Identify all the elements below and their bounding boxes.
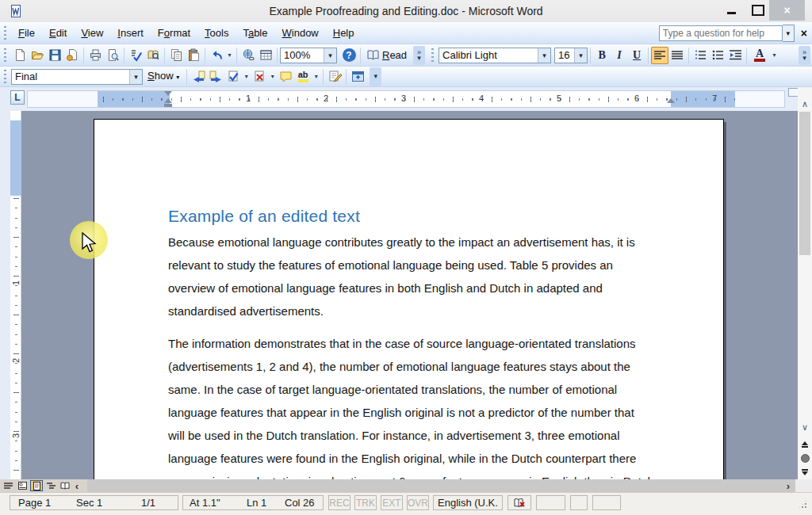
spelling-status-cell[interactable] (508, 495, 531, 510)
next-page-button[interactable] (798, 467, 812, 479)
research-button[interactable] (144, 47, 162, 64)
right-indent-marker[interactable] (667, 98, 675, 103)
reviewing-pane-button[interactable] (349, 68, 366, 86)
menu-help[interactable]: Help (326, 23, 362, 44)
previous-page-button[interactable] (798, 438, 812, 450)
scroll-right-button[interactable]: › (781, 479, 795, 492)
resize-grip[interactable] (798, 499, 808, 509)
select-browse-object-button[interactable] (798, 452, 812, 464)
paste-button[interactable] (185, 47, 202, 64)
zoom-combo[interactable]: 100% ▾ (280, 48, 337, 63)
display-for-review-combo[interactable]: Final ▾ (11, 69, 143, 85)
vertical-ruler[interactable]: 1 2 3 (10, 111, 21, 479)
toolbar-drag-handle[interactable] (4, 26, 6, 40)
language-cell[interactable]: English (U.K. (433, 495, 503, 510)
increase-indent-button[interactable] (726, 47, 744, 64)
track-changes-button[interactable] (326, 68, 343, 86)
menu-tools[interactable]: Tools (197, 23, 236, 44)
close-button[interactable]: × (769, 0, 805, 21)
menu-table[interactable]: Table (236, 23, 274, 44)
open-button[interactable] (29, 47, 46, 64)
show-menu-button[interactable]: Show ▾ (143, 66, 184, 88)
underline-button[interactable]: U (628, 47, 645, 64)
new-document-button[interactable] (11, 47, 29, 64)
separator (590, 48, 591, 63)
page-info-cell[interactable]: Page 1 Sec 1 1/1 (10, 495, 178, 510)
outline-view-icon (47, 483, 56, 490)
highlight-button[interactable]: ab (294, 68, 312, 86)
toolbar-drag-handle[interactable] (4, 70, 6, 84)
outline-view-button[interactable] (44, 480, 57, 491)
first-line-indent-marker[interactable] (164, 91, 172, 96)
undo-dropdown[interactable]: ▾ (225, 47, 234, 64)
align-left-button[interactable] (651, 47, 668, 64)
record-macro-toggle[interactable]: REC (328, 495, 350, 510)
font-color-button[interactable]: A (749, 47, 770, 64)
maximize-button[interactable] (747, 0, 769, 21)
toolbar-drag-handle[interactable] (4, 48, 6, 63)
tab-selector[interactable]: L (10, 90, 25, 105)
double-up-bar (802, 446, 808, 448)
toolbar-options-button[interactable]: » ▾ (413, 46, 425, 65)
print-button[interactable] (86, 47, 104, 64)
scroll-left-button[interactable]: ‹ (71, 479, 82, 492)
web-layout-view-button[interactable] (16, 480, 29, 491)
previous-change-button[interactable] (190, 68, 207, 86)
toolbar-options-button[interactable]: » ▾ (799, 46, 810, 65)
menu-file[interactable]: File (11, 23, 42, 44)
bullet-list-button[interactable] (709, 47, 726, 64)
undo-button[interactable] (208, 47, 225, 64)
print-preview-button[interactable] (104, 47, 121, 64)
spelling-button[interactable] (127, 47, 144, 64)
justify-button[interactable] (668, 47, 686, 64)
accept-change-icon (227, 71, 240, 82)
read-button[interactable]: Read (363, 47, 410, 64)
help-search-dropdown[interactable]: ▾ (783, 25, 795, 42)
highlight-dropdown[interactable]: ▾ (312, 68, 320, 86)
menu-edit[interactable]: Edit (42, 23, 74, 44)
font-color-dropdown[interactable]: ▾ (770, 47, 779, 64)
accept-change-button[interactable] (224, 68, 242, 86)
document-line: same. In the case of target language-ori… (168, 378, 676, 401)
print-layout-view-button[interactable] (30, 480, 43, 491)
extend-selection-toggle[interactable]: EXT (381, 495, 403, 510)
copy-button[interactable] (167, 47, 185, 64)
minimize-icon (727, 12, 736, 14)
insert-table-button[interactable] (257, 47, 274, 64)
font-name-combo[interactable]: Calibri Light ▾ (439, 48, 551, 63)
minimize-button[interactable] (720, 0, 742, 21)
hanging-indent-marker[interactable] (164, 98, 172, 103)
toolbar-drag-handle[interactable] (431, 48, 434, 63)
vertical-scroll-thumb[interactable] (799, 112, 810, 255)
bold-button[interactable]: B (593, 47, 611, 64)
accept-change-dropdown[interactable]: ▾ (242, 68, 251, 86)
position-info-cell[interactable]: At 1.1" Ln 1 Col 26 (182, 495, 324, 510)
permission-button[interactable] (63, 47, 81, 64)
italic-button[interactable]: I (611, 47, 628, 64)
toolbar-options-button[interactable]: ▾ (370, 67, 381, 86)
font-size-combo[interactable]: 16 ▾ (554, 48, 588, 63)
numbered-list-button[interactable] (691, 47, 709, 64)
menu-view[interactable]: View (74, 23, 110, 44)
normal-view-button[interactable] (2, 480, 14, 491)
help-button[interactable]: ? (340, 47, 358, 64)
horizontal-ruler[interactable]: 1 2 3 4 5 6 7 (27, 90, 785, 108)
help-search-input[interactable] (659, 25, 783, 41)
scroll-up-button[interactable]: ∧ (798, 97, 812, 111)
reading-layout-view-button[interactable] (59, 480, 71, 491)
menu-window[interactable]: Window (275, 23, 326, 44)
hyperlink-button[interactable] (239, 47, 257, 64)
insert-comment-button[interactable] (277, 68, 294, 86)
help-search-close[interactable]: × (801, 27, 807, 40)
track-changes-toggle[interactable]: TRK (354, 495, 377, 510)
save-button[interactable] (46, 47, 63, 64)
scroll-down-button[interactable]: ∨ (798, 420, 812, 434)
reject-change-dropdown[interactable]: ▾ (268, 68, 277, 86)
menu-insert[interactable]: Insert (110, 23, 151, 44)
reject-change-button[interactable] (251, 68, 268, 86)
menu-format[interactable]: Format (151, 23, 197, 44)
overtype-toggle[interactable]: OVR (407, 495, 429, 510)
document-page[interactable]: Example of an edited text Because emotio… (94, 119, 724, 479)
left-indent-marker[interactable] (164, 104, 172, 107)
next-change-button[interactable] (207, 68, 224, 86)
